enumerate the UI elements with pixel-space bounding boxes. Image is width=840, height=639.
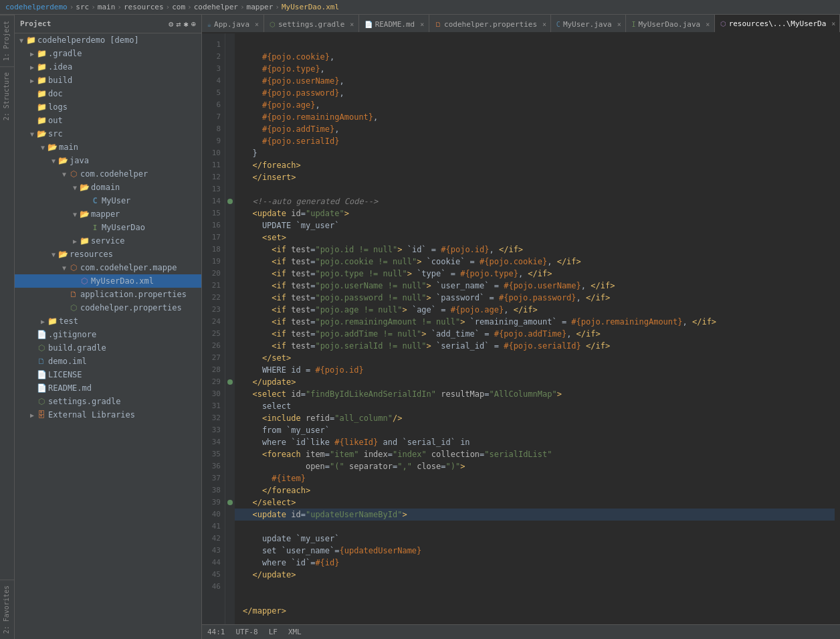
folder-icon: 📁	[47, 316, 58, 326]
tree-item-demoiil[interactable]: ▶ 🗋 demo.iml	[15, 355, 201, 368]
folder-icon: 📁	[36, 89, 47, 98]
tree-item-mapper-folder[interactable]: ▼ 📂 mapper	[15, 207, 201, 221]
folder-icon: 📁	[36, 102, 47, 112]
tree-item-java[interactable]: ▼ 📂 java	[15, 154, 201, 167]
tree-item-doc[interactable]: ▶ 📁 doc	[15, 87, 201, 100]
tab-myuser-java[interactable]: C MyUser.java ×	[551, 15, 627, 33]
java-tab-icon: C	[556, 21, 560, 28]
folder-open-icon: 📂	[47, 143, 58, 152]
tree-item-gitignore[interactable]: ▶ 📄 .gitignore	[15, 328, 201, 341]
folder-open-icon: 📂	[36, 129, 47, 139]
gradle-icon: ⬡	[36, 397, 47, 406]
line-numbers: 1 2 3 4 5 6 7 8 9 10 11 12 13 14 15 16 1…	[202, 33, 225, 624]
tab-settings-gradle[interactable]: ⬡ settings.gradle ×	[264, 15, 359, 33]
folder-icon: 📁	[36, 49, 47, 58]
folder-open-icon: 📂	[58, 156, 68, 165]
tree-item-service[interactable]: ▶ 📁 service	[15, 234, 201, 248]
tree-item-settingsgradle[interactable]: ▶ ⬡ settings.gradle	[15, 395, 201, 408]
structure-tab[interactable]: 2: Structure	[0, 66, 14, 126]
properties-icon: 🗋	[68, 290, 79, 299]
favorites-tab[interactable]: 2: Favorites	[0, 579, 14, 639]
vertical-tabs: 1: Project 2: Structure 2: Favorites	[0, 15, 15, 639]
tree-item-external-libs[interactable]: ▶ 🗄 External Libraries	[15, 408, 201, 422]
tree-item-codehelper-props[interactable]: ▶ ⬡ codehelper.properties	[15, 301, 201, 314]
java-icon: ☕	[207, 21, 211, 28]
tab-myuserdao-java[interactable]: I MyUserDao.java ×	[626, 15, 714, 33]
tree-item-build[interactable]: ▶ 📁 build	[15, 74, 201, 87]
tree-item-readme[interactable]: ▶ 📄 README.md	[15, 381, 201, 395]
tree-item-buildgradle[interactable]: ▶ ⬡ build.gradle	[15, 341, 201, 355]
tree-item-gradle-dir[interactable]: ▶ 📁 .gradle	[15, 47, 201, 60]
gutter-line	[225, 39, 235, 51]
sidebar-icon-3[interactable]: ✱	[184, 19, 189, 29]
tree-item-resources[interactable]: ▼ 📂 resources	[15, 248, 201, 261]
title-project: codehelperdemo	[5, 3, 68, 11]
tree-item-package[interactable]: ▼ ⬡ com.codehelper	[15, 167, 201, 181]
iml-icon: 🗋	[36, 357, 47, 366]
status-bar: 44:1 UTF-8 LF XML	[202, 624, 840, 639]
class-icon: C	[90, 196, 100, 205]
code-content[interactable]: #{pojo.cookie}, #{pojo.type}, #{pojo.use…	[235, 33, 840, 624]
project-icon: 📁	[25, 35, 36, 45]
tree-item-main[interactable]: ▼ 📂 main	[15, 141, 201, 154]
tree-item-src[interactable]: ▼ 📂 src	[15, 127, 201, 141]
project-tab[interactable]: 1: Project	[0, 15, 14, 66]
tree-item-myuserdao[interactable]: ▶ I MyUserDao	[15, 221, 201, 234]
tab-close-settings[interactable]: ×	[350, 21, 354, 28]
tree-item-license[interactable]: ▶ 📄 LICENSE	[15, 368, 201, 381]
tree-item-idea[interactable]: ▶ 📁 .idea	[15, 60, 201, 74]
tree-item-test[interactable]: ▶ 📁 test	[15, 314, 201, 328]
tab-codehelper-props[interactable]: 🗋 codehelper.properties ×	[429, 15, 551, 33]
title-path: codehelperdemo › src › main › resources …	[5, 3, 339, 11]
tree-root[interactable]: ▼ 📁 codehelperdemo [demo]	[15, 33, 201, 47]
sidebar-icon-4[interactable]: ⊕	[191, 19, 196, 29]
status-filetype: XML	[288, 628, 302, 636]
tree-item-application-props[interactable]: ▶ 🗋 application.properties	[15, 288, 201, 301]
interface-icon: I	[90, 224, 100, 232]
package-icon: ⬡	[68, 169, 79, 179]
tree-item-domain[interactable]: ▼ 📂 domain	[15, 181, 201, 194]
sidebar-icon-2[interactable]: ⇄	[176, 19, 181, 29]
tab-close-chprops[interactable]: ×	[542, 21, 546, 28]
folder-icon: 📁	[36, 116, 47, 125]
tab-close-app[interactable]: ×	[255, 21, 259, 28]
tab-myuserdao-xml[interactable]: ⬡ resources\...\MyUserDa ×	[715, 15, 840, 33]
tab-close-myuserdaoxml[interactable]: ×	[831, 20, 835, 27]
main-layout: 1: Project 2: Structure 2: Favorites Pro…	[0, 15, 840, 639]
tree-item-package2[interactable]: ▼ ⬡ com.codehelper.mappe	[15, 261, 201, 274]
tab-readme[interactable]: 📄 README.md ×	[359, 15, 429, 33]
git-icon: 📄	[36, 330, 47, 339]
package-icon: ⬡	[68, 263, 79, 272]
external-libs-icon: 🗄	[36, 410, 47, 420]
xml-icon: ⬡	[79, 276, 90, 286]
interface-tab-icon: I	[631, 21, 635, 28]
title-bar: codehelperdemo › src › main › resources …	[0, 0, 840, 15]
status-line-ending: LF	[269, 628, 278, 636]
tree-item-myuser-class[interactable]: ▶ C MyUser	[15, 194, 201, 207]
sidebar-icon-1[interactable]: ⚙	[169, 19, 173, 29]
project-tree[interactable]: ▼ 📁 codehelperdemo [demo] ▶ 📁 .gradle ▶ …	[15, 33, 201, 639]
sidebar-header-icons: ⚙ ⇄ ✱ ⊕	[169, 19, 196, 29]
gutter	[225, 33, 235, 624]
expand-icon: ▼	[17, 37, 25, 44]
project-label: codehelperdemo [demo]	[37, 35, 139, 45]
gradle-tab-icon: ⬡	[270, 21, 276, 28]
editor-panel: ☕ App.java × ⬡ settings.gradle × 📄 READM…	[202, 15, 840, 639]
tab-close-readme[interactable]: ×	[420, 21, 424, 28]
tab-close-myuser[interactable]: ×	[617, 21, 621, 28]
folder-open-icon: 📂	[79, 209, 90, 219]
tab-app-java[interactable]: ☕ App.java ×	[202, 15, 264, 33]
tree-item-logs[interactable]: ▶ 📁 logs	[15, 100, 201, 114]
code-editor[interactable]: 1 2 3 4 5 6 7 8 9 10 11 12 13 14 15 16 1…	[202, 33, 840, 624]
props-tab-icon: 🗋	[435, 21, 441, 28]
tree-item-out[interactable]: ▶ 📁 out	[15, 114, 201, 127]
folder-open-icon: 📂	[58, 250, 68, 259]
tab-close-myuserdao[interactable]: ×	[706, 21, 710, 28]
license-icon: 📄	[36, 370, 47, 379]
properties-icon: ⬡	[68, 303, 79, 312]
folder-icon: 📁	[36, 76, 47, 85]
tree-item-myuserdao-xml[interactable]: ▶ ⬡ MyUserDao.xml	[15, 274, 201, 288]
md-tab-icon: 📄	[364, 21, 373, 28]
sidebar-header: Project ⚙ ⇄ ✱ ⊕	[15, 15, 201, 33]
sidebar-title: Project	[20, 19, 51, 28]
